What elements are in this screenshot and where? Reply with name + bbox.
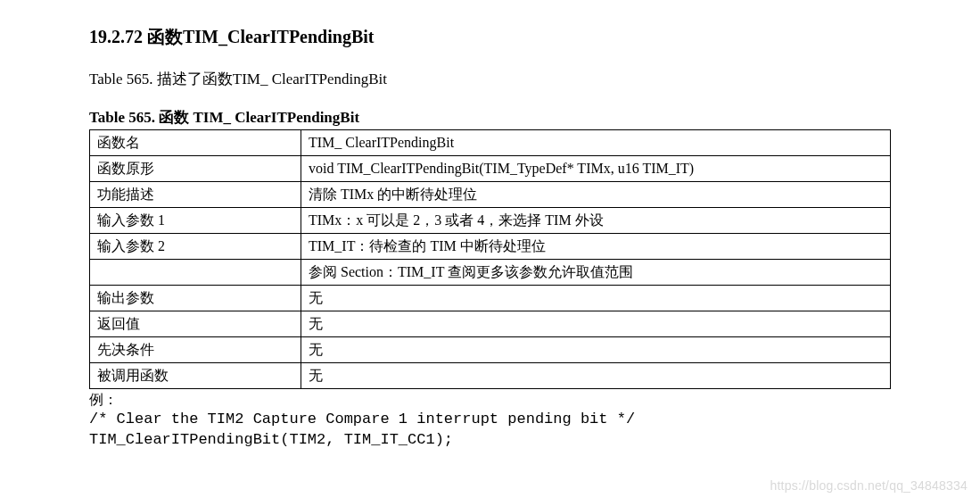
row-value: 无 bbox=[301, 286, 891, 311]
table-row: 返回值 无 bbox=[90, 311, 891, 337]
table-row: 输入参数 2 TIM_IT：待检查的 TIM 中断待处理位 bbox=[90, 234, 891, 260]
section-description: Table 565. 描述了函数TIM_ ClearITPendingBit bbox=[89, 69, 891, 89]
row-value: TIM_IT：待检查的 TIM 中断待处理位 bbox=[301, 234, 891, 260]
row-value: 无 bbox=[301, 337, 891, 363]
table-row: 输入参数 1 TIMx：x 可以是 2，3 或者 4，来选择 TIM 外设 bbox=[90, 208, 891, 234]
row-value: TIMx：x 可以是 2，3 或者 4，来选择 TIM 外设 bbox=[301, 208, 891, 234]
table-row: 被调用函数 无 bbox=[90, 363, 891, 389]
document-content: 19.2.72 函数TIM_ClearITPendingBit Table 56… bbox=[0, 0, 980, 469]
code-line: /* Clear the TIM2 Capture Compare 1 inte… bbox=[89, 411, 635, 427]
example-code: /* Clear the TIM2 Capture Compare 1 inte… bbox=[89, 410, 891, 451]
watermark: https://blog.csdn.net/qq_34848334 bbox=[770, 478, 968, 493]
table-row: 函数名 TIM_ ClearITPendingBit bbox=[90, 130, 891, 156]
section-heading: 19.2.72 函数TIM_ClearITPendingBit bbox=[89, 25, 891, 49]
row-label: 函数原形 bbox=[90, 156, 301, 182]
row-value: 清除 TIMx 的中断待处理位 bbox=[301, 182, 891, 208]
table-caption: Table 565. 函数 TIM_ ClearITPendingBit bbox=[89, 107, 891, 128]
row-label: 输入参数 1 bbox=[90, 208, 301, 234]
code-line: TIM_ClearITPendingBit(TIM2, TIM_IT_CC1); bbox=[89, 431, 453, 448]
row-value: 无 bbox=[301, 363, 891, 389]
table-row: 参阅 Section：TIM_IT 查阅更多该参数允许取值范围 bbox=[90, 260, 891, 286]
row-value: 参阅 Section：TIM_IT 查阅更多该参数允许取值范围 bbox=[301, 260, 891, 286]
row-value: void TIM_ClearITPendingBit(TIM_TypeDef* … bbox=[301, 156, 891, 182]
table-row: 函数原形 void TIM_ClearITPendingBit(TIM_Type… bbox=[90, 156, 891, 182]
row-label: 先决条件 bbox=[90, 337, 301, 363]
row-label: 功能描述 bbox=[90, 182, 301, 208]
row-label: 函数名 bbox=[90, 130, 301, 156]
row-value: 无 bbox=[301, 311, 891, 337]
row-label bbox=[90, 260, 301, 286]
row-label: 返回值 bbox=[90, 311, 301, 337]
example-label: 例： bbox=[89, 391, 891, 410]
row-label: 输入参数 2 bbox=[90, 234, 301, 260]
row-label: 被调用函数 bbox=[90, 363, 301, 389]
section-number: 19.2.72 bbox=[89, 27, 143, 46]
table-row: 输出参数 无 bbox=[90, 286, 891, 311]
function-table: 函数名 TIM_ ClearITPendingBit 函数原形 void TIM… bbox=[89, 129, 891, 389]
row-label: 输出参数 bbox=[90, 286, 301, 311]
row-value: TIM_ ClearITPendingBit bbox=[301, 130, 891, 156]
section-title-text: 函数TIM_ClearITPendingBit bbox=[147, 27, 374, 46]
table-row: 功能描述 清除 TIMx 的中断待处理位 bbox=[90, 182, 891, 208]
table-row: 先决条件 无 bbox=[90, 337, 891, 363]
